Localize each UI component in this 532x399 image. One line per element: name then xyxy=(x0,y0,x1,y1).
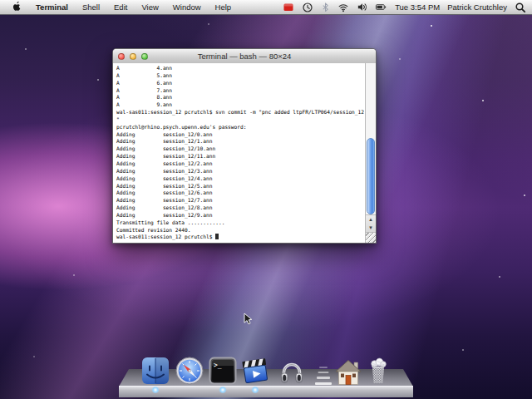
headphones-icon xyxy=(277,356,307,386)
finder-icon xyxy=(140,356,170,386)
menu-edit[interactable]: Edit xyxy=(114,2,127,12)
running-indicator xyxy=(151,387,160,393)
text-cursor xyxy=(215,234,219,239)
spotlight-icon[interactable] xyxy=(515,2,526,13)
scrollbar-arrows: ▲ ▼ xyxy=(366,214,376,232)
scrollbar[interactable]: ▲ ▼ xyxy=(365,63,376,232)
battery-icon[interactable] xyxy=(375,2,387,12)
home-folder-icon xyxy=(335,359,362,386)
dock-separator[interactable] xyxy=(313,362,333,385)
mouse-cursor xyxy=(244,313,253,329)
terminal-icon: >_ xyxy=(208,356,238,386)
dock-video-player[interactable] xyxy=(240,356,270,386)
dock-trash[interactable] xyxy=(363,356,393,386)
video-player-icon xyxy=(240,356,270,386)
svg-text:>_: >_ xyxy=(214,362,222,369)
dock-safari[interactable] xyxy=(175,356,204,386)
dock-finder[interactable] xyxy=(140,356,170,386)
apple-icon xyxy=(11,1,22,12)
safari-icon xyxy=(175,356,204,386)
red-app-icon[interactable] xyxy=(283,2,294,12)
running-indicator xyxy=(251,387,259,393)
menu-user-name[interactable]: Patrick Crutchley xyxy=(447,2,507,12)
scroll-down-arrow-icon[interactable]: ▼ xyxy=(366,224,376,232)
running-indicator xyxy=(219,387,227,393)
dock-headphones[interactable] xyxy=(277,356,307,386)
dock-home-folder[interactable] xyxy=(335,359,362,386)
menu-view[interactable]: View xyxy=(141,2,158,12)
menu-clock[interactable]: Tue 3:54 PM xyxy=(395,2,440,12)
terminal-window: Terminal — bash — 80×24 A 4.annA 5.annA … xyxy=(112,48,377,244)
trash-full-icon xyxy=(363,356,393,386)
menu-shell[interactable]: Shell xyxy=(82,2,100,12)
time-machine-icon[interactable] xyxy=(302,2,313,13)
bluetooth-icon[interactable] xyxy=(321,2,330,12)
menu-help[interactable]: Help xyxy=(215,2,232,12)
scrollbar-thumb[interactable] xyxy=(367,138,375,214)
window-title: Terminal — bash — 80×24 xyxy=(113,52,376,61)
scroll-up-arrow-icon[interactable]: ▲ xyxy=(366,215,376,224)
wifi-icon[interactable] xyxy=(337,2,349,12)
apple-menu[interactable] xyxy=(11,1,22,14)
volume-icon[interactable] xyxy=(357,2,367,12)
desktop: Terminal Shell Edit View Window Help xyxy=(0,0,532,399)
menu-app-terminal[interactable]: Terminal xyxy=(36,2,68,12)
menu-window[interactable]: Window xyxy=(173,2,201,12)
dock-shelf-front xyxy=(119,386,413,397)
menu-bar: Terminal Shell Edit View Window Help xyxy=(0,0,532,15)
terminal-content[interactable]: A 4.annA 5.annA 6.annA 7.annA 8.annA 9.a… xyxy=(113,63,376,243)
resize-grip[interactable] xyxy=(365,232,376,243)
terminal-text[interactable]: A 4.annA 5.annA 6.annA 7.annA 8.annA 9.a… xyxy=(113,63,376,241)
dock-terminal[interactable]: >_ xyxy=(208,356,238,386)
window-titlebar[interactable]: Terminal — bash — 80×24 xyxy=(113,49,376,64)
